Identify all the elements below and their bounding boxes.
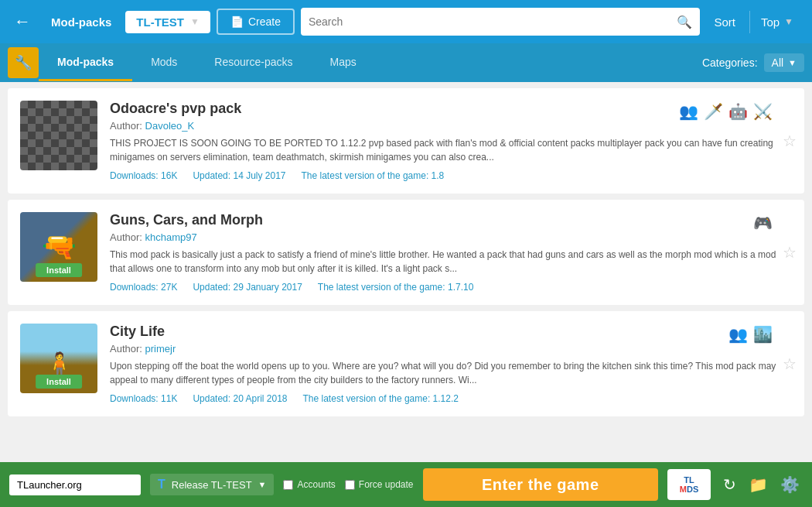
nav-tabs: 🔧 Mod-packs Mods Resource-packs Maps Cat…: [0, 43, 812, 82]
settings-icon-button[interactable]: 🔧: [8, 47, 39, 78]
downloads-city: 11K: [161, 393, 177, 404]
tag-game-icon: 🎮: [752, 212, 773, 234]
categories-dropdown-arrow: ▼: [788, 58, 797, 67]
mod-tags-odoacre: 👥 🗡️ 🤖 ⚔️: [677, 101, 773, 122]
mod-card-city: 🧍 Install City Life Author: primejr Upon…: [8, 311, 804, 416]
settings-button[interactable]: ⚙️: [777, 472, 803, 497]
accounts-label: Accounts: [297, 479, 335, 490]
tag-robot-icon: 🤖: [727, 101, 749, 122]
top-selector[interactable]: Top ▼: [749, 11, 804, 33]
favorite-button-city[interactable]: ☆: [783, 355, 797, 373]
favorite-button-odoacre[interactable]: ☆: [783, 132, 797, 150]
mod-title-guns: Guns, Cars, and Morph: [110, 212, 792, 228]
mod-image-guns: 🔫 Install: [20, 212, 97, 282]
search-box: 🔍: [301, 8, 700, 36]
mod-desc-city: Upon stepping off the boat the world ope…: [110, 359, 792, 387]
create-icon: 📄: [230, 15, 244, 28]
bottom-icons: ↻ 📁 ⚙️: [720, 472, 803, 497]
mod-author-link-odoacre[interactable]: Davoleo_K: [145, 120, 195, 132]
mod-meta-city: Downloads: 11K Updated: 20 April 2018 Th…: [110, 393, 792, 404]
force-update-label: Force update: [359, 479, 414, 490]
mod-meta-guns: Downloads: 27K Updated: 29 January 2017 …: [110, 282, 792, 293]
sort-button[interactable]: Sort: [706, 11, 743, 33]
folder-button[interactable]: 📁: [745, 472, 771, 497]
mod-card-guns: 🔫 Install Guns, Cars, and Morph Author: …: [8, 200, 804, 305]
updated-city: 20 April 2018: [233, 393, 287, 404]
mod-card-odoacre: Odoacre's pvp pack Author: Davoleo_K THI…: [8, 88, 804, 194]
mod-author-city: Author: primejr: [110, 343, 792, 355]
tab-maps[interactable]: Maps: [312, 45, 375, 81]
tab-resource-packs[interactable]: Resource-packs: [196, 45, 311, 81]
tab-mods[interactable]: Mods: [132, 45, 196, 81]
mod-image-city: 🧍 Install: [20, 324, 97, 393]
release-dropdown-arrow: ▼: [258, 480, 267, 489]
mod-info-city: City Life Author: primejr Upon stepping …: [110, 324, 792, 404]
updated-odoacre: 14 July 2017: [233, 170, 285, 181]
accounts-checkbox[interactable]: [283, 480, 293, 490]
release-text: Release TL-TEST: [172, 479, 252, 491]
mod-info-guns: Guns, Cars, and Morph Author: khchamp97 …: [110, 212, 792, 293]
tag-players2-icon: 👥: [727, 324, 749, 345]
version-city: 1.12.2: [433, 393, 459, 404]
url-input[interactable]: [9, 474, 141, 495]
top-bar: ← Mod-packs TL-TEST ▼ 📄 Create 🔍 Sort To…: [0, 0, 812, 43]
enter-game-button[interactable]: Enter the game: [423, 468, 658, 501]
mod-author-guns: Author: khchamp97: [110, 231, 792, 243]
tab-mod-packs[interactable]: Mod-packs: [39, 45, 132, 81]
mod-author-link-guns[interactable]: khchamp97: [145, 231, 197, 243]
back-button[interactable]: ←: [8, 9, 37, 35]
updated-guns: 29 January 2017: [233, 282, 302, 293]
mod-desc-odoacre: THIS PROJECT IS SOON GOING TO BE PORTED …: [110, 136, 792, 164]
tag-city-icon: 🏙️: [752, 324, 773, 345]
refresh-button[interactable]: ↻: [720, 472, 739, 497]
downloads-odoacre: 16K: [161, 170, 177, 181]
force-update-checkbox[interactable]: [345, 480, 355, 490]
profile-dropdown-arrow: ▼: [190, 16, 200, 27]
accounts-checkbox-group: Accounts: [283, 479, 335, 490]
version-guns: 1.7.10: [448, 282, 473, 293]
categories-selector[interactable]: All ▼: [764, 53, 804, 72]
release-selector[interactable]: T Release TL-TEST ▼: [150, 474, 274, 495]
app-name-label: Mod-packs: [43, 11, 119, 33]
tag-swords-icon: ⚔️: [752, 101, 773, 122]
search-icon: 🔍: [677, 15, 692, 29]
mod-title-city: City Life: [110, 324, 792, 340]
mod-tags-guns: 🎮: [752, 212, 773, 234]
mod-author-link-city[interactable]: primejr: [145, 343, 176, 355]
tl-release-icon: T: [158, 478, 165, 492]
bottom-bar: T Release TL-TEST ▼ Accounts Force updat…: [0, 462, 812, 507]
favorite-button-guns[interactable]: ☆: [783, 243, 797, 262]
mod-image-odoacre: [20, 101, 97, 170]
top-dropdown-arrow: ▼: [784, 16, 793, 27]
version-odoacre: 1.8: [432, 170, 445, 181]
tl-logo[interactable]: TLMDS: [667, 469, 711, 500]
categories-label: Categories:: [702, 57, 758, 69]
search-input[interactable]: [309, 15, 672, 28]
tag-sword-icon: 🗡️: [702, 101, 724, 122]
content-area: Odoacre's pvp pack Author: Davoleo_K THI…: [0, 82, 812, 462]
mod-meta-odoacre: Downloads: 16K Updated: 14 July 2017 The…: [110, 170, 792, 181]
downloads-guns: 27K: [161, 282, 177, 293]
force-update-checkbox-group: Force update: [345, 479, 414, 490]
tag-players-icon: 👥: [677, 101, 699, 122]
install-badge-city[interactable]: Install: [36, 375, 82, 389]
create-button[interactable]: 📄 Create: [217, 9, 295, 35]
mod-tags-city: 👥 🏙️: [727, 324, 773, 345]
profile-selector[interactable]: TL-TEST ▼: [125, 11, 210, 33]
mod-desc-guns: This mod pack is basically just a pack t…: [110, 248, 792, 276]
install-badge-guns[interactable]: Install: [36, 263, 82, 277]
